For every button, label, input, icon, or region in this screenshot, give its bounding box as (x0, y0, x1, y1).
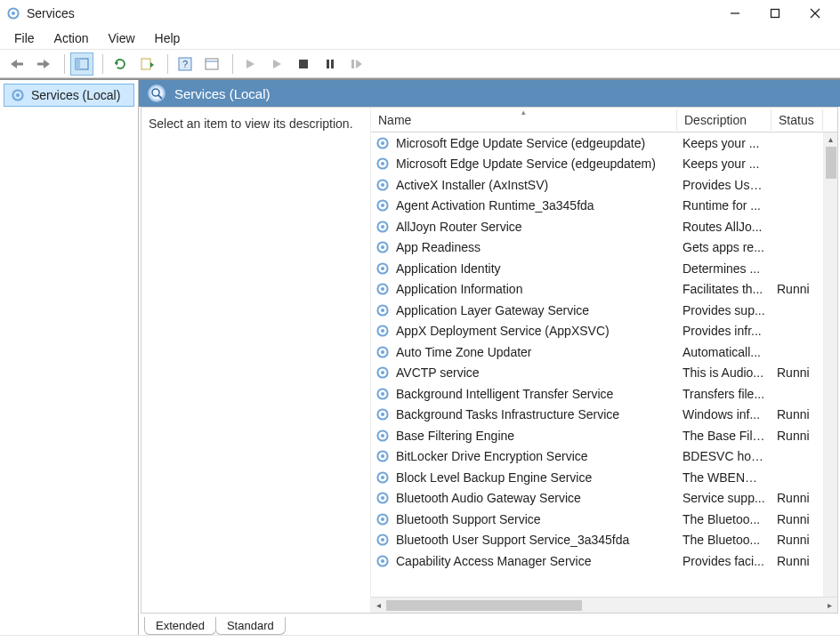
service-status: Runni (771, 407, 823, 421)
list-rows[interactable]: Microsoft Edge Update Service (edgeupdat… (371, 132, 837, 597)
view-tabs: Extended Standard (139, 614, 840, 635)
svg-point-67 (381, 518, 384, 521)
svg-marker-6 (11, 60, 17, 68)
service-row[interactable]: Microsoft Edge Update Service (edgeupdat… (371, 154, 837, 175)
services-list[interactable]: Name Description Status Microsoft Edge U… (371, 108, 837, 613)
menu-action[interactable]: Action (45, 28, 98, 48)
service-row[interactable]: AVCTP serviceThis is Audio...Runni (371, 363, 837, 384)
service-icon (371, 407, 391, 421)
service-row[interactable]: Application IdentityDetermines ... (371, 258, 837, 279)
svg-point-63 (381, 476, 384, 479)
service-row[interactable]: Application Layer Gateway ServiceProvide… (371, 300, 837, 321)
close-button[interactable] (795, 1, 835, 26)
panel-title: Services (Local) (174, 86, 271, 101)
service-name: Microsoft Edge Update Service (edgeupdat… (391, 136, 677, 150)
service-row[interactable]: App ReadinessGets apps re... (371, 237, 837, 259)
service-icon (371, 470, 391, 485)
service-icon (371, 365, 391, 380)
service-row[interactable]: Bluetooth User Support Service_3a345fdaT… (371, 530, 837, 551)
service-name: Application Layer Gateway Service (391, 303, 677, 317)
service-description: Provides faci... (677, 554, 771, 568)
scroll-thumb[interactable] (826, 147, 836, 179)
column-header-name[interactable]: Name (371, 109, 677, 131)
forward-button[interactable] (32, 52, 55, 76)
column-header-status[interactable]: Status (771, 109, 823, 131)
service-row[interactable]: Microsoft Edge Update Service (edgeupdat… (371, 132, 837, 154)
service-description: The Base Filt... (677, 429, 771, 443)
refresh-button[interactable] (109, 52, 132, 76)
service-row[interactable]: Background Tasks Infrastructure ServiceW… (371, 405, 837, 426)
service-icon (371, 533, 391, 547)
service-row[interactable]: Agent Activation Runtime_3a345fdaRuntime… (371, 196, 837, 217)
service-row[interactable]: AllJoyn Router ServiceRoutes AllJo... (371, 216, 837, 237)
back-button[interactable] (5, 52, 28, 76)
properties-button[interactable] (200, 52, 223, 76)
menu-help[interactable]: Help (146, 28, 190, 48)
list-header: Name Description Status (371, 108, 837, 132)
minimize-button[interactable] (715, 1, 755, 26)
svg-rect-23 (331, 60, 334, 68)
service-icon (371, 136, 391, 150)
service-row[interactable]: Auto Time Zone UpdaterAutomaticall... (371, 341, 837, 363)
service-row[interactable]: Bluetooth Audio Gateway ServiceService s… (371, 488, 837, 510)
svg-point-47 (381, 309, 384, 312)
svg-point-45 (381, 287, 384, 291)
svg-rect-7 (17, 62, 23, 65)
service-row[interactable]: Capability Access Manager ServiceProvide… (371, 550, 837, 572)
service-row[interactable]: AppX Deployment Service (AppXSVC)Provide… (371, 321, 837, 342)
start-service-button[interactable] (238, 52, 262, 76)
svg-point-39 (381, 225, 384, 229)
service-description: Provides infr... (677, 324, 771, 338)
pause-service-button[interactable] (319, 52, 342, 76)
svg-point-1 (12, 12, 15, 15)
menu-view[interactable]: View (99, 28, 143, 48)
service-name: App Readiness (391, 240, 677, 254)
tree-item-services-local[interactable]: Services (Local) (4, 84, 134, 107)
service-description: Transfers file... (677, 387, 771, 401)
window-title: Services (27, 6, 75, 20)
service-name: Application Identity (391, 261, 677, 276)
stop-service-button[interactable] (292, 52, 315, 76)
service-icon (371, 178, 391, 192)
panel-header: Services (Local) (139, 80, 840, 107)
service-name: BitLocker Drive Encryption Service (391, 449, 677, 463)
restart-service-button[interactable] (345, 52, 368, 76)
help-button[interactable]: ? (174, 52, 197, 76)
service-description: The Bluetoo... (677, 512, 771, 526)
service-description: Routes AllJo... (677, 220, 771, 234)
svg-rect-13 (141, 59, 150, 69)
export-list-button[interactable] (135, 52, 158, 76)
vertical-scrollbar[interactable]: ▴ (823, 132, 837, 597)
horizontal-scrollbar[interactable]: ◂ ▸ (371, 597, 837, 613)
svg-marker-19 (246, 60, 254, 68)
service-name: ActiveX Installer (AxInstSV) (391, 178, 677, 192)
scroll-up-icon[interactable]: ▴ (824, 132, 837, 147)
column-header-description[interactable]: Description (677, 109, 771, 131)
service-row[interactable]: Background Intelligent Transfer ServiceT… (371, 383, 837, 405)
service-name: Background Tasks Infrastructure Service (391, 407, 677, 421)
show-hide-tree-button[interactable] (70, 52, 93, 76)
service-status: Runni (771, 491, 823, 505)
service-icon (371, 554, 391, 568)
menu-file[interactable]: File (5, 28, 44, 48)
tab-standard[interactable]: Standard (215, 617, 286, 635)
scroll-left-icon[interactable]: ◂ (373, 600, 384, 610)
tab-extended[interactable]: Extended (144, 617, 216, 635)
service-row[interactable]: ActiveX Installer (AxInstSV)Provides Use… (371, 174, 837, 196)
console-tree[interactable]: Services (Local) (0, 80, 139, 635)
svg-point-53 (381, 371, 384, 374)
service-row[interactable]: Base Filtering EngineThe Base Filt...Run… (371, 425, 837, 446)
maximize-button[interactable] (755, 1, 795, 26)
start-service-alt-button[interactable] (265, 52, 288, 76)
service-row[interactable]: Bluetooth Support ServiceThe Bluetoo...R… (371, 509, 837, 530)
service-row[interactable]: Block Level Backup Engine ServiceThe WBE… (371, 467, 837, 488)
svg-marker-20 (273, 60, 281, 68)
service-row[interactable]: BitLocker Drive Encryption ServiceBDESVC… (371, 446, 837, 468)
service-row[interactable]: Application InformationFacilitates th...… (371, 279, 837, 301)
scroll-right-icon[interactable]: ▸ (824, 600, 836, 610)
toolbar-separator (167, 54, 168, 74)
scroll-thumb-h[interactable] (386, 600, 582, 611)
svg-text:?: ? (182, 59, 188, 69)
service-icon (371, 198, 391, 213)
service-description: Keeps your ... (677, 156, 771, 171)
